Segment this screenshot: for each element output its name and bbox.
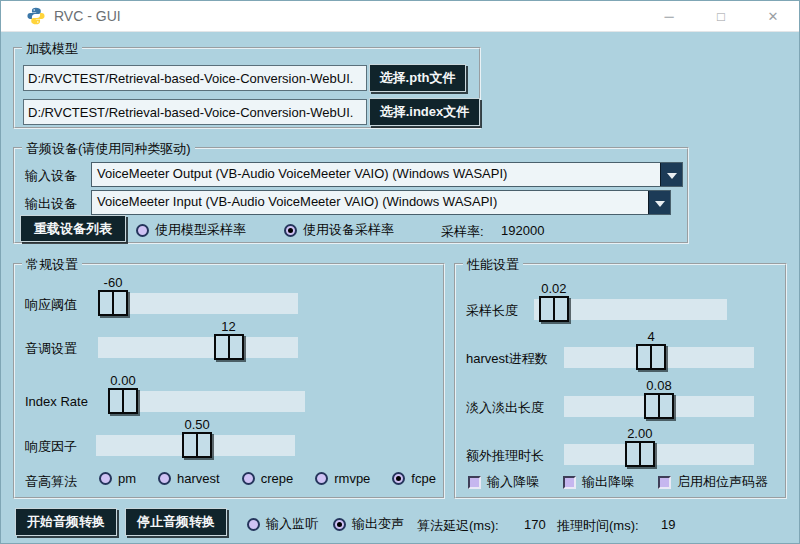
- radio-icon[interactable]: [392, 472, 405, 485]
- close-button[interactable]: ✕: [747, 1, 799, 31]
- algo-latency-label: 算法延迟(ms):: [417, 517, 499, 535]
- output-denoise-checkbox[interactable]: 输出降噪: [563, 473, 634, 491]
- denoise-checkbox-group: 输入降噪 输出降噪 启用相位声码器: [468, 473, 768, 491]
- samplerate-label: 采样率:: [441, 223, 484, 241]
- chevron-down-icon[interactable]: [660, 163, 682, 186]
- harvest-threads-slider[interactable]: 4: [564, 347, 754, 368]
- index-path-input[interactable]: [23, 99, 367, 125]
- output-device-label: 输出设备: [25, 195, 77, 213]
- index-rate-slider-handle[interactable]: [108, 388, 138, 414]
- crossfade-label: 淡入淡出长度: [466, 399, 544, 417]
- title-bar: RVC - GUI ─ □ ✕: [1, 1, 799, 32]
- radio-icon[interactable]: [247, 518, 260, 531]
- radio-pm-label: pm: [118, 471, 136, 486]
- chevron-down-icon[interactable]: [648, 191, 670, 214]
- output-device-select[interactable]: VoiceMeeter Input (VB-Audio VoiceMeeter …: [91, 190, 671, 215]
- radio-icon[interactable]: [315, 472, 328, 485]
- pitch-offset-label: 音调设置: [25, 340, 77, 358]
- minimize-button[interactable]: ─: [643, 1, 695, 31]
- radio-harvest[interactable]: harvest: [158, 471, 220, 486]
- crossfade-slider[interactable]: 0.08: [564, 396, 754, 417]
- input-denoise-label: 输入降噪: [487, 473, 539, 491]
- checkbox-icon[interactable]: [658, 476, 671, 489]
- threshold-label: 响应阈值: [25, 296, 77, 314]
- harvest-threads-slider-handle[interactable]: [636, 344, 666, 370]
- block-time-slider-row: 采样长度 0.02: [456, 299, 785, 325]
- load-model-group: 加载模型 选择.pth文件 选择.index文件: [13, 47, 481, 129]
- input-denoise-checkbox[interactable]: 输入降噪: [468, 473, 539, 491]
- extra-time-slider[interactable]: 2.00: [564, 444, 754, 465]
- extra-time-slider-row: 额外推理时长 2.00: [456, 444, 785, 470]
- select-pth-button[interactable]: 选择.pth文件: [369, 64, 466, 92]
- window-controls: ─ □ ✕: [643, 1, 799, 31]
- harvest-threads-label: harvest进程数: [466, 350, 548, 368]
- pitch-offset-slider[interactable]: 12: [98, 337, 298, 358]
- pitch-algo-radio-group: pm harvest crepe rmvpe fcpe: [99, 471, 436, 486]
- radio-device-samplerate[interactable]: 使用设备采样率: [284, 221, 394, 239]
- audio-device-group-title: 音频设备(请使用同种类驱动): [22, 140, 195, 158]
- radio-icon[interactable]: [158, 472, 171, 485]
- harvest-threads-slider-row: harvest进程数 4: [456, 347, 785, 373]
- window-title: RVC - GUI: [54, 8, 121, 24]
- loudness-slider-handle[interactable]: [182, 432, 212, 458]
- radio-output-voice-label: 输出变声: [352, 515, 404, 533]
- reload-device-list-button[interactable]: 重载设备列表: [20, 215, 126, 242]
- threshold-value: -60: [104, 275, 123, 290]
- index-rate-slider[interactable]: 0.00: [108, 391, 305, 412]
- radio-model-samplerate[interactable]: 使用模型采样率: [136, 221, 246, 239]
- radio-device-samplerate-label: 使用设备采样率: [303, 221, 394, 239]
- rvc-gui-window: RVC - GUI ─ □ ✕ 加载模型 选择.pth文件 选择.index文件…: [0, 0, 800, 544]
- loudness-value: 0.50: [185, 417, 210, 432]
- block-time-value: 0.02: [541, 281, 566, 296]
- input-device-label: 输入设备: [25, 167, 77, 185]
- loudness-slider-row: 响度因子 0.50: [15, 435, 443, 461]
- crossfade-slider-row: 淡入淡出长度 0.08: [456, 396, 785, 422]
- checkbox-icon[interactable]: [468, 476, 481, 489]
- stop-conversion-button[interactable]: 停止音频转换: [125, 508, 227, 536]
- phase-vocoder-label: 启用相位声码器: [677, 473, 768, 491]
- block-time-slider-handle[interactable]: [539, 296, 569, 322]
- block-time-label: 采样长度: [466, 302, 518, 320]
- extra-time-value: 2.00: [627, 426, 652, 441]
- load-model-group-title: 加载模型: [22, 40, 82, 58]
- radio-pm[interactable]: pm: [99, 471, 136, 486]
- crossfade-value: 0.08: [646, 378, 671, 393]
- checkbox-icon[interactable]: [563, 476, 576, 489]
- performance-settings-group-title: 性能设置: [463, 256, 523, 274]
- start-conversion-button[interactable]: 开始音频转换: [15, 508, 117, 536]
- threshold-slider-row: 响应阈值 -60: [15, 293, 443, 319]
- input-device-value: VoiceMeeter Output (VB-Audio VoiceMeeter…: [92, 163, 660, 186]
- radio-model-samplerate-label: 使用模型采样率: [155, 221, 246, 239]
- pth-path-input[interactable]: [23, 65, 367, 91]
- input-device-select[interactable]: VoiceMeeter Output (VB-Audio VoiceMeeter…: [91, 162, 683, 187]
- select-index-button[interactable]: 选择.index文件: [369, 98, 480, 126]
- pitch-algo-label: 音高算法: [25, 473, 77, 491]
- radio-icon[interactable]: [136, 224, 149, 237]
- phase-vocoder-checkbox[interactable]: 启用相位声码器: [658, 473, 768, 491]
- pitch-offset-slider-handle[interactable]: [214, 334, 244, 360]
- maximize-button[interactable]: □: [695, 1, 747, 31]
- index-rate-label: Index Rate: [25, 394, 88, 409]
- radio-fcpe[interactable]: fcpe: [392, 471, 436, 486]
- threshold-slider-handle[interactable]: [98, 290, 128, 316]
- block-time-slider[interactable]: 0.02: [534, 299, 727, 320]
- audio-device-group: 音频设备(请使用同种类驱动) 输入设备 VoiceMeeter Output (…: [13, 147, 689, 244]
- radio-input-monitor[interactable]: 输入监听: [247, 515, 318, 533]
- radio-crepe[interactable]: crepe: [242, 471, 294, 486]
- crossfade-slider-handle[interactable]: [644, 393, 674, 419]
- radio-output-voice[interactable]: 输出变声: [333, 515, 404, 533]
- radio-crepe-label: crepe: [261, 471, 294, 486]
- infer-time-value: 19: [661, 517, 675, 532]
- loudness-slider[interactable]: 0.50: [96, 435, 295, 456]
- extra-time-slider-handle[interactable]: [625, 441, 655, 467]
- radio-icon[interactable]: [284, 224, 297, 237]
- radio-icon[interactable]: [99, 472, 112, 485]
- extra-time-label: 额外推理时长: [466, 447, 544, 465]
- radio-icon[interactable]: [242, 472, 255, 485]
- radio-rmvpe[interactable]: rmvpe: [315, 471, 370, 486]
- threshold-slider[interactable]: -60: [98, 293, 298, 314]
- performance-settings-group: 性能设置 采样长度 0.02 harvest进程数 4 淡入淡出长度 0.08 …: [454, 263, 787, 499]
- general-settings-group-title: 常规设置: [22, 256, 82, 274]
- radio-icon[interactable]: [333, 518, 346, 531]
- general-settings-group: 常规设置 响应阈值 -60 音调设置 12 Index Rate 0.00 响度…: [13, 263, 445, 499]
